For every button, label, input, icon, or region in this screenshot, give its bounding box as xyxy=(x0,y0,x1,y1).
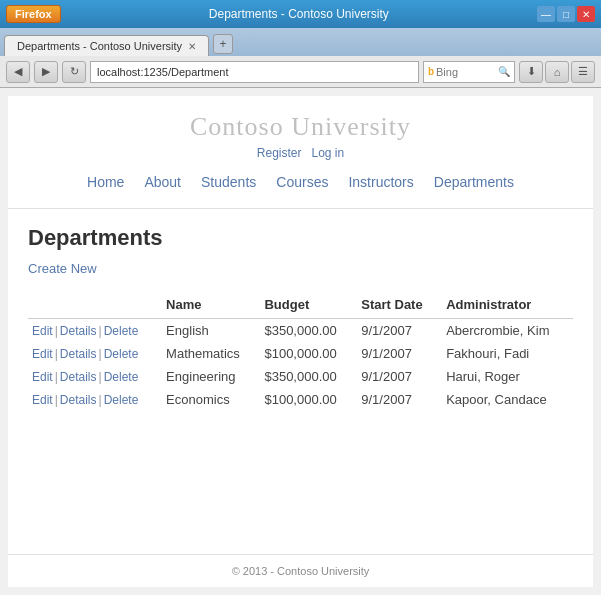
page-content: Contoso University Register Log in Home … xyxy=(8,96,593,587)
login-link[interactable]: Log in xyxy=(312,146,345,160)
search-input[interactable] xyxy=(436,66,496,78)
delete-link[interactable]: Delete xyxy=(104,347,139,361)
sep2: | xyxy=(99,347,102,361)
site-nav: Home About Students Courses Instructors … xyxy=(8,164,593,200)
window-controls: — □ ✕ xyxy=(537,6,595,22)
edit-link[interactable]: Edit xyxy=(32,347,53,361)
col-name: Name xyxy=(162,293,260,319)
page-area: Contoso University Register Log in Home … xyxy=(0,88,601,595)
close-button[interactable]: ✕ xyxy=(577,6,595,22)
row-name: English xyxy=(162,319,260,343)
sep1: | xyxy=(55,370,58,384)
col-budget: Budget xyxy=(260,293,357,319)
search-icon[interactable]: 🔍 xyxy=(498,66,510,77)
table-row: Edit|Details|DeleteEnglish$350,000.009/1… xyxy=(28,319,573,343)
footer-text: © 2013 - Contoso University xyxy=(232,565,370,577)
sep1: | xyxy=(55,393,58,407)
nav-students[interactable]: Students xyxy=(193,172,264,192)
col-startdate: Start Date xyxy=(357,293,442,319)
forward-button[interactable]: ▶ xyxy=(34,61,58,83)
title-bar: Firefox Departments - Contoso University… xyxy=(0,0,601,28)
row-start-date: 9/1/2007 xyxy=(357,365,442,388)
details-link[interactable]: Details xyxy=(60,324,97,338)
delete-link[interactable]: Delete xyxy=(104,370,139,384)
delete-link[interactable]: Delete xyxy=(104,324,139,338)
firefox-button[interactable]: Firefox xyxy=(6,5,61,23)
row-actions: Edit|Details|Delete xyxy=(28,388,162,411)
edit-link[interactable]: Edit xyxy=(32,324,53,338)
row-name: Economics xyxy=(162,388,260,411)
row-actions: Edit|Details|Delete xyxy=(28,365,162,388)
main-content: Departments Create New Name Budget Start… xyxy=(8,209,593,554)
nav-departments[interactable]: Departments xyxy=(426,172,522,192)
departments-table: Name Budget Start Date Administrator Edi… xyxy=(28,293,573,411)
table-header: Name Budget Start Date Administrator xyxy=(28,293,573,319)
site-auth: Register Log in xyxy=(8,146,593,160)
sep2: | xyxy=(99,370,102,384)
table-row: Edit|Details|DeleteEngineering$350,000.0… xyxy=(28,365,573,388)
back-button[interactable]: ◀ xyxy=(6,61,30,83)
col-actions xyxy=(28,293,162,319)
row-actions: Edit|Details|Delete xyxy=(28,342,162,365)
maximize-button[interactable]: □ xyxy=(557,6,575,22)
window-title: Departments - Contoso University xyxy=(67,7,531,21)
bing-logo: b xyxy=(428,66,434,77)
row-administrator: Fakhouri, Fadi xyxy=(442,342,573,365)
tab-label: Departments - Contoso University xyxy=(17,40,182,52)
row-start-date: 9/1/2007 xyxy=(357,342,442,365)
page-heading: Departments xyxy=(28,225,573,251)
col-admin: Administrator xyxy=(442,293,573,319)
details-link[interactable]: Details xyxy=(60,347,97,361)
address-bar: ◀ ▶ ↻ b 🔍 ⬇ ⌂ ☰ xyxy=(0,56,601,88)
row-budget: $350,000.00 xyxy=(260,319,357,343)
address-input[interactable] xyxy=(90,61,419,83)
row-budget: $100,000.00 xyxy=(260,388,357,411)
toolbar-buttons: ⬇ ⌂ ☰ xyxy=(519,61,595,83)
tab-close-icon[interactable]: ✕ xyxy=(188,41,196,52)
sep2: | xyxy=(99,393,102,407)
details-link[interactable]: Details xyxy=(60,393,97,407)
sep2: | xyxy=(99,324,102,338)
refresh-button[interactable]: ↻ xyxy=(62,61,86,83)
sep1: | xyxy=(55,347,58,361)
table-row: Edit|Details|DeleteEconomics$100,000.009… xyxy=(28,388,573,411)
site-header: Contoso University Register Log in Home … xyxy=(8,96,593,209)
details-link[interactable]: Details xyxy=(60,370,97,384)
row-name: Engineering xyxy=(162,365,260,388)
home-button[interactable]: ⌂ xyxy=(545,61,569,83)
edit-link[interactable]: Edit xyxy=(32,393,53,407)
nav-about[interactable]: About xyxy=(136,172,189,192)
sep1: | xyxy=(55,324,58,338)
minimize-button[interactable]: — xyxy=(537,6,555,22)
site-footer: © 2013 - Contoso University xyxy=(8,554,593,587)
site-title: Contoso University xyxy=(8,112,593,142)
row-start-date: 9/1/2007 xyxy=(357,388,442,411)
row-budget: $350,000.00 xyxy=(260,365,357,388)
window-chrome: Firefox Departments - Contoso University… xyxy=(0,0,601,595)
delete-link[interactable]: Delete xyxy=(104,393,139,407)
row-budget: $100,000.00 xyxy=(260,342,357,365)
active-tab[interactable]: Departments - Contoso University ✕ xyxy=(4,35,209,56)
row-administrator: Harui, Roger xyxy=(442,365,573,388)
row-actions: Edit|Details|Delete xyxy=(28,319,162,343)
menu-button[interactable]: ☰ xyxy=(571,61,595,83)
nav-instructors[interactable]: Instructors xyxy=(340,172,421,192)
nav-home[interactable]: Home xyxy=(79,172,132,192)
search-box[interactable]: b 🔍 xyxy=(423,61,515,83)
table-row: Edit|Details|DeleteMathematics$100,000.0… xyxy=(28,342,573,365)
nav-courses[interactable]: Courses xyxy=(268,172,336,192)
row-name: Mathematics xyxy=(162,342,260,365)
create-new-link[interactable]: Create New xyxy=(28,261,97,276)
row-administrator: Kapoor, Candace xyxy=(442,388,573,411)
row-administrator: Abercrombie, Kim xyxy=(442,319,573,343)
table-body: Edit|Details|DeleteEnglish$350,000.009/1… xyxy=(28,319,573,412)
tab-bar: Departments - Contoso University ✕ + xyxy=(0,28,601,56)
register-link[interactable]: Register xyxy=(257,146,302,160)
download-button[interactable]: ⬇ xyxy=(519,61,543,83)
new-tab-button[interactable]: + xyxy=(213,34,233,54)
edit-link[interactable]: Edit xyxy=(32,370,53,384)
row-start-date: 9/1/2007 xyxy=(357,319,442,343)
